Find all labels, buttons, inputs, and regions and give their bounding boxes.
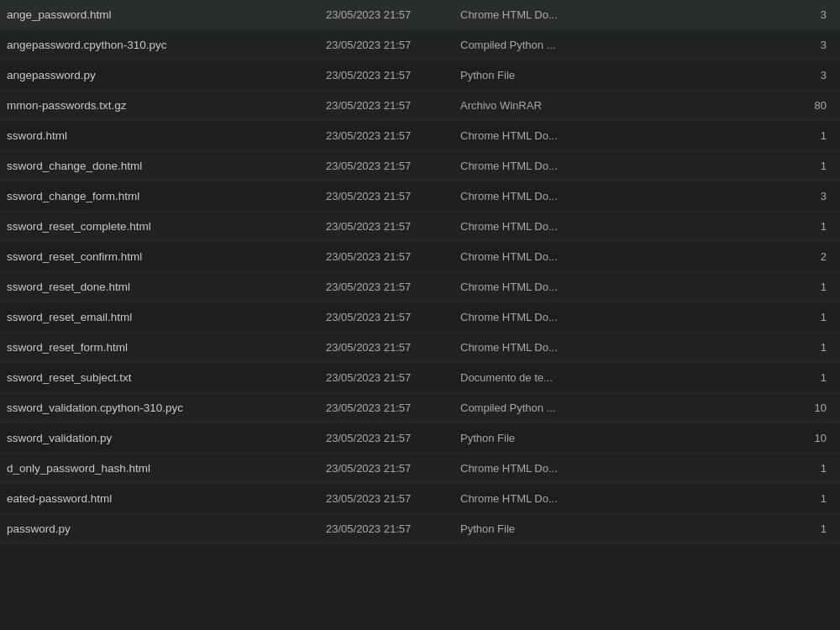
file-name: ssword_validation.cpython-310.pyc [7,402,326,414]
file-size: 1 [654,371,833,384]
file-size: 3 [654,69,833,81]
table-row[interactable]: ssword.html23/05/2023 21:57Chrome HTML D… [0,121,840,151]
file-name: ssword_validation.py [7,432,326,444]
file-size: 3 [654,8,833,21]
file-date: 23/05/2023 21:57 [326,522,460,535]
file-name: angepassword.py [7,69,326,81]
file-type: Compiled Python ... [460,402,654,414]
file-size: 1 [654,341,833,354]
file-name: ssword_reset_confirm.html [7,250,326,263]
file-type: Chrome HTML Do... [460,341,654,354]
file-date: 23/05/2023 21:57 [326,281,460,293]
table-row[interactable]: ssword_reset_email.html23/05/2023 21:57C… [0,302,840,333]
file-name: ssword.html [7,129,326,142]
file-size: 10 [654,402,833,414]
file-size: 1 [654,492,833,505]
file-type: Chrome HTML Do... [460,311,654,323]
file-name: ssword_reset_email.html [7,311,326,323]
file-type: Chrome HTML Do... [460,462,654,475]
file-name: password.py [7,522,326,535]
file-type: Python File [460,69,654,81]
table-row[interactable]: ssword_reset_confirm.html23/05/2023 21:5… [0,242,840,272]
file-type: Archivo WinRAR [460,99,654,112]
table-row[interactable]: ssword_reset_subject.txt23/05/2023 21:57… [0,363,840,393]
file-type: Chrome HTML Do... [460,8,654,21]
file-date: 23/05/2023 21:57 [326,462,460,475]
table-row[interactable]: d_only_password_hash.html23/05/2023 21:5… [0,454,840,484]
file-type: Chrome HTML Do... [460,492,654,505]
file-date: 23/05/2023 21:57 [326,220,460,233]
file-size: 1 [654,220,833,233]
file-name: angepassword.cpython-310.pyc [7,39,326,51]
table-row[interactable]: password.py23/05/2023 21:57Python File1 [0,514,840,544]
file-name: ssword_reset_form.html [7,341,326,354]
table-row[interactable]: ssword_validation.cpython-310.pyc23/05/2… [0,393,840,423]
table-row[interactable]: ssword_change_done.html23/05/2023 21:57C… [0,151,840,181]
file-date: 23/05/2023 21:57 [326,129,460,142]
file-type: Chrome HTML Do... [460,250,654,263]
file-size: 1 [654,311,833,323]
table-row[interactable]: ssword_reset_complete.html23/05/2023 21:… [0,212,840,242]
table-row[interactable]: eated-password.html23/05/2023 21:57Chrom… [0,484,840,514]
file-type: Chrome HTML Do... [460,220,654,233]
file-type: Python File [460,522,654,535]
file-size: 1 [654,281,833,293]
file-type: Chrome HTML Do... [460,129,654,142]
file-type: Compiled Python ... [460,39,654,51]
file-type: Chrome HTML Do... [460,190,654,202]
file-size: 1 [654,129,833,142]
file-date: 23/05/2023 21:57 [326,311,460,323]
file-list: ange_password.html23/05/2023 21:57Chrome… [0,0,840,630]
file-date: 23/05/2023 21:57 [326,492,460,505]
table-row[interactable]: ssword_change_form.html23/05/2023 21:57C… [0,181,840,212]
table-row[interactable]: ange_password.html23/05/2023 21:57Chrome… [0,0,840,30]
file-size: 2 [654,250,833,263]
file-type: Python File [460,432,654,444]
file-date: 23/05/2023 21:57 [326,250,460,263]
table-row[interactable]: ssword_reset_done.html23/05/2023 21:57Ch… [0,272,840,302]
file-date: 23/05/2023 21:57 [326,99,460,112]
file-size: 1 [654,522,833,535]
file-date: 23/05/2023 21:57 [326,371,460,384]
file-name: ssword_reset_subject.txt [7,371,326,384]
file-date: 23/05/2023 21:57 [326,402,460,414]
file-size: 3 [654,39,833,51]
table-row[interactable]: ssword_validation.py23/05/2023 21:57Pyth… [0,423,840,454]
file-date: 23/05/2023 21:57 [326,69,460,81]
file-date: 23/05/2023 21:57 [326,39,460,51]
file-date: 23/05/2023 21:57 [326,8,460,21]
file-date: 23/05/2023 21:57 [326,432,460,444]
file-name: ssword_change_done.html [7,160,326,172]
file-date: 23/05/2023 21:57 [326,341,460,354]
file-size: 1 [654,160,833,172]
table-row[interactable]: angepassword.py23/05/2023 21:57Python Fi… [0,60,840,91]
file-date: 23/05/2023 21:57 [326,160,460,172]
file-name: ssword_reset_complete.html [7,220,326,233]
file-name: mmon-passwords.txt.gz [7,99,326,112]
file-name: ssword_reset_done.html [7,281,326,293]
file-size: 10 [654,432,833,444]
table-row[interactable]: mmon-passwords.txt.gz23/05/2023 21:57Arc… [0,91,840,121]
file-size: 3 [654,190,833,202]
file-type: Chrome HTML Do... [460,281,654,293]
table-row[interactable]: ssword_reset_form.html23/05/2023 21:57Ch… [0,333,840,363]
file-size: 1 [654,462,833,475]
file-name: ange_password.html [7,8,326,21]
file-type: Chrome HTML Do... [460,160,654,172]
file-name: eated-password.html [7,492,326,505]
table-row[interactable]: angepassword.cpython-310.pyc23/05/2023 2… [0,30,840,60]
file-name: d_only_password_hash.html [7,462,326,475]
file-name: ssword_change_form.html [7,190,326,202]
file-type: Documento de te... [460,371,654,384]
file-size: 80 [654,99,833,112]
file-date: 23/05/2023 21:57 [326,190,460,202]
